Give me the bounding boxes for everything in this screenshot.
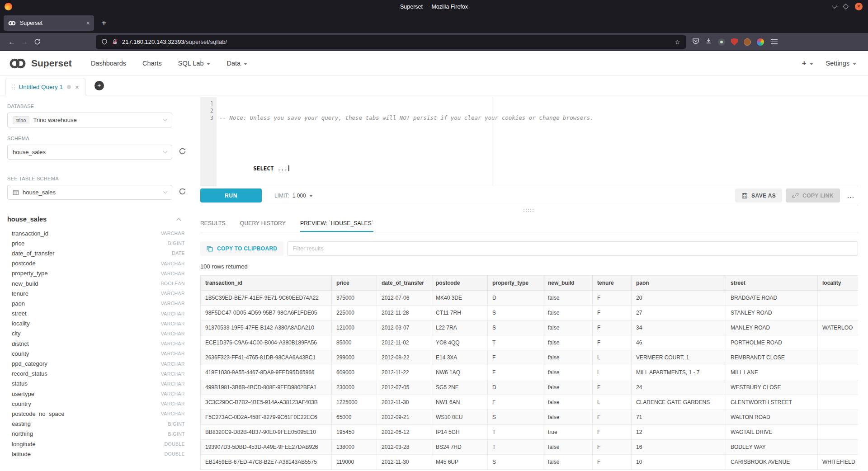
column-header-price[interactable]: price [332,276,377,291]
extension-containers-icon[interactable] [718,38,725,46]
schema-column-row[interactable]: property_typeVARCHAR [7,268,187,278]
nav-charts[interactable]: Charts [142,60,162,67]
settings-menu[interactable]: Settings [826,60,856,67]
save-as-button[interactable]: SAVE AS [735,188,782,203]
schema-column-row[interactable]: statusVARCHAR [7,379,187,389]
copy-link-button[interactable]: COPY LINK [786,188,840,203]
table-cell: 46 [632,335,726,350]
column-name: street [12,310,27,317]
schema-column-row[interactable]: longitudeDOUBLE [7,439,187,449]
nav-sql-lab[interactable]: SQL Lab [178,60,211,67]
url-bar[interactable]: 217.160.120.143:32393/superset/sqllab/ ☆ [96,35,686,49]
column-header-tenure[interactable]: tenure [593,276,632,291]
tracking-shield-icon[interactable] [101,38,108,45]
tab-results[interactable]: RESULTS [200,220,226,232]
query-tab-label: Untitled Query 1 [19,84,63,90]
schema-label: SCHEMA [7,136,187,141]
sql-editor[interactable]: 1 2 3 -- Note: Unless you save your quer… [200,97,858,186]
bookmark-star-icon[interactable]: ☆ [675,38,680,46]
schema-column-row[interactable]: priceBIGINT [7,238,187,248]
table-cell: 1225000 [332,395,377,410]
menu-hamburger-icon[interactable] [770,38,778,45]
schema-column-row[interactable]: countryVARCHAR [7,399,187,409]
reload-button[interactable] [31,36,43,48]
column-header-postcode[interactable]: postcode [431,276,488,291]
browser-tab-superset[interactable]: Superset × [4,15,94,31]
schema-column-row[interactable]: ppd_categoryVARCHAR [7,358,187,368]
collapse-table-chevron-icon[interactable] [177,218,181,222]
superset-brand[interactable]: Superset [8,58,72,69]
schema-column-row[interactable]: postcode_no_spaceVARCHAR [7,409,187,419]
table-select[interactable]: house_sales [7,185,172,200]
table-cell: WATERLOO [818,320,858,335]
back-button[interactable]: ← [5,36,18,48]
new-item-menu[interactable]: + [802,59,813,68]
table-cell: 34 [632,320,726,335]
table-cell: F [488,350,543,365]
column-type: BIGINT [168,421,185,427]
refresh-tables-button[interactable] [179,188,186,197]
window-maximize-icon[interactable] [843,4,849,9]
schema-column-row[interactable]: tenureVARCHAR [7,288,187,298]
chevron-down-icon [163,189,168,194]
column-header-street[interactable]: street [726,276,818,291]
pane-splitter[interactable] [200,205,858,217]
schema-column-row[interactable]: latitudeDOUBLE [7,449,187,459]
pocket-icon[interactable] [692,38,699,47]
schema-column-row[interactable]: new_buildBOOLEAN [7,278,187,288]
insecure-lock-icon[interactable] [112,38,118,45]
schema-column-row[interactable]: paonVARCHAR [7,298,187,308]
nav-dashboards[interactable]: Dashboards [91,60,126,67]
schema-column-row[interactable]: districtVARCHAR [7,339,187,349]
downloads-icon[interactable] [705,38,712,46]
table-cell: WHITEFIELD [818,455,858,470]
window-title: Superset — Mozilla Firefox [0,4,868,10]
table-cell: 2012-03-07 [377,320,431,335]
schema-column-row[interactable]: localityVARCHAR [7,319,187,329]
text-cursor [288,165,289,171]
extension-pinwheel-icon[interactable] [757,38,764,46]
column-header-property_type[interactable]: property_type [488,276,543,291]
copy-to-clipboard-button[interactable]: COPY TO CLIPBOARD [200,241,283,256]
new-tab-button[interactable]: + [99,19,109,28]
window-minimize-icon[interactable] [832,3,837,8]
window-titlebar: Superset — Mozilla Firefox × [0,0,868,13]
column-header-locality[interactable]: locality [818,276,858,291]
schema-column-row[interactable]: postcodeVARCHAR [7,259,187,268]
nav-data[interactable]: Data [226,60,247,67]
column-header-transaction_id[interactable]: transaction_id [201,276,332,291]
tab-query-history[interactable]: QUERY HISTORY [240,220,286,232]
more-options-button[interactable]: … [844,188,858,203]
column-header-date_of_transfer[interactable]: date_of_transfer [377,276,431,291]
add-query-tab-button[interactable]: + [94,81,104,90]
limit-dropdown[interactable]: LIMIT: 1 000 [274,193,313,199]
tab-close-icon[interactable]: × [86,19,90,27]
query-tab-active[interactable]: Untitled Query 1 × [5,79,85,95]
schema-column-row[interactable]: usertypeVARCHAR [7,389,187,399]
filter-results-input[interactable] [287,241,858,256]
table-icon [13,189,19,196]
schema-column-row[interactable]: date_of_transferDATE [7,248,187,258]
schema-column-row[interactable]: streetVARCHAR [7,309,187,319]
column-header-paon[interactable]: paon [632,276,726,291]
tab-preview-house-sales[interactable]: PREVIEW: `HOUSE_SALES` [300,220,373,232]
extension-monkey-icon[interactable] [744,38,751,46]
editor-code-area[interactable]: -- Note: Unless you save your query, the… [217,97,858,186]
nav-label: SQL Lab [178,60,204,67]
schema-column-row[interactable]: northingBIGINT [7,429,187,439]
query-tab-close-icon[interactable]: × [75,83,79,91]
schema-column-row[interactable]: transaction_idVARCHAR [7,228,187,238]
schema-column-row[interactable]: cityVARCHAR [7,329,187,339]
run-button[interactable]: RUN [200,188,262,203]
database-select[interactable]: trino Trino warehouse [7,113,172,127]
schema-column-row[interactable]: countyVARCHAR [7,349,187,358]
schema-column-row[interactable]: eastingBIGINT [7,419,187,429]
column-header-new_build[interactable]: new_build [543,276,593,291]
extension-adblock-icon[interactable] [731,38,738,46]
window-close-button[interactable]: × [855,3,863,10]
refresh-schemas-button[interactable] [179,147,186,157]
forward-button[interactable]: → [18,36,31,48]
drag-handle-icon[interactable] [12,85,15,89]
schema-select[interactable]: house_sales [7,145,172,160]
schema-column-row[interactable]: record_statusVARCHAR [7,369,187,379]
